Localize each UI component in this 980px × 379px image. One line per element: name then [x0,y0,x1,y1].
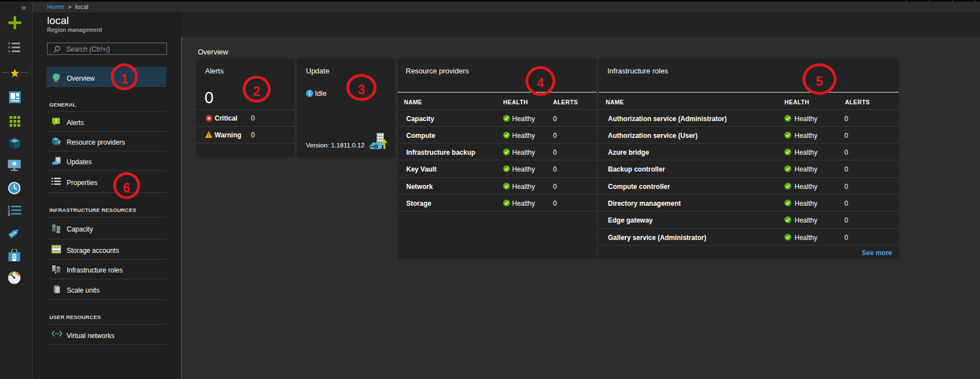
svg-text:3: 3 [8,212,10,216]
svg-text:1: 1 [8,205,10,209]
